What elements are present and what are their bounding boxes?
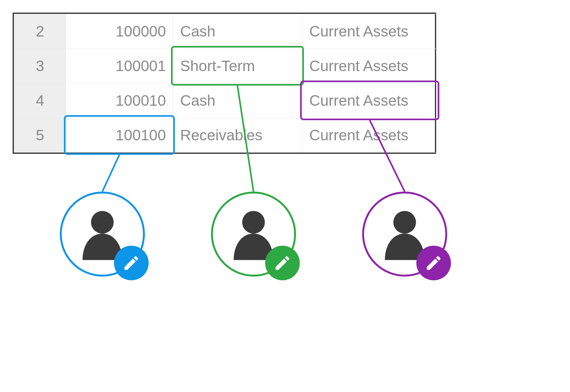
svg-point-1 — [242, 211, 265, 234]
cell-name[interactable]: Short-Term — [173, 49, 302, 83]
pencil-icon — [122, 254, 140, 272]
pencil-icon — [425, 254, 443, 272]
avatar-blue — [60, 192, 145, 277]
cell-name[interactable]: Receivables — [173, 118, 302, 153]
table-row: 5 100100 Receivables Current Assets — [14, 118, 438, 153]
cell-category[interactable]: Current Assets — [302, 83, 438, 118]
edit-badge-blue[interactable] — [114, 246, 149, 280]
cell-category[interactable]: Current Assets — [302, 14, 438, 49]
cell-category[interactable]: Current Assets — [302, 118, 438, 153]
spreadsheet-table: 2 100000 Cash Current Assets 3 100001 Sh… — [13, 13, 436, 154]
row-number: 4 — [14, 83, 66, 118]
avatar-purple — [362, 192, 447, 277]
cell-code[interactable]: 100000 — [66, 14, 173, 49]
table-row: 4 100010 Cash Current Assets — [14, 83, 438, 118]
table-row: 3 100001 Short-Term Current Assets — [14, 49, 438, 83]
row-number: 2 — [14, 14, 66, 49]
row-number: 5 — [14, 118, 66, 153]
avatar-green — [211, 192, 296, 277]
row-number: 3 — [14, 49, 66, 83]
cell-name[interactable]: Cash — [173, 83, 302, 118]
edit-badge-purple[interactable] — [416, 246, 451, 280]
svg-point-0 — [91, 211, 114, 234]
cell-name[interactable]: Cash — [173, 14, 302, 49]
cell-code[interactable]: 100100 — [66, 118, 173, 153]
cell-code[interactable]: 100010 — [66, 83, 173, 118]
svg-point-2 — [393, 211, 416, 234]
avatar-row — [13, 192, 557, 277]
table-row: 2 100000 Cash Current Assets — [14, 14, 438, 49]
cell-code[interactable]: 100001 — [66, 49, 173, 83]
connector-blue — [102, 155, 119, 192]
cell-category[interactable]: Current Assets — [302, 49, 438, 83]
edit-badge-green[interactable] — [265, 246, 300, 280]
pencil-icon — [273, 254, 292, 272]
